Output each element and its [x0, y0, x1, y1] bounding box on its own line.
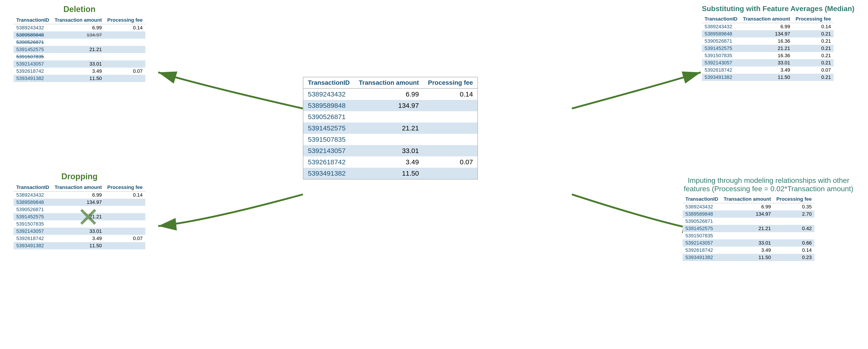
cell-amount: 33.01: [52, 60, 104, 68]
cell-id: 5392618742: [702, 66, 740, 74]
table-row: 539349138211.50: [303, 168, 477, 179]
cell-amount: 11.50: [354, 168, 423, 179]
cell-fee: [105, 75, 146, 82]
imputing-col-fee: Processing fee: [774, 195, 815, 203]
cell-amount: 21.21: [354, 123, 423, 134]
cell-id: 5391452575: [303, 123, 354, 134]
cell-amount: [354, 111, 423, 123]
cell-amount: 33.01: [740, 59, 793, 66]
substituting-col-id: TransactionID: [702, 15, 740, 23]
cell-fee: [105, 31, 146, 39]
dropping-col-fee: Processing fee: [105, 184, 146, 191]
cell-fee: 0.35: [774, 203, 815, 211]
cell-amount: 6.99: [740, 23, 793, 31]
table-row: 539349138211.50: [13, 242, 145, 249]
cell-id: 5390526871: [13, 206, 52, 213]
cell-fee: 2.70: [774, 211, 815, 218]
table-row: 53926187423.490.14: [683, 247, 814, 254]
substituting-section: Substituting with Feature Averages (Medi…: [702, 4, 855, 81]
cell-id: 5392618742: [683, 247, 721, 254]
cell-id: 5392143057: [303, 145, 354, 156]
substituting-col-amount: Transaction amount: [740, 15, 793, 23]
table-row: 53892434326.990.14: [13, 191, 145, 199]
table-row: 539145257521.21: [13, 46, 145, 53]
substituting-col-fee: Processing fee: [793, 15, 834, 23]
cell-id: 5393491382: [13, 242, 52, 249]
cell-amount: 134.97: [52, 31, 104, 39]
cell-id: 5392618742: [13, 235, 52, 242]
dropping-col-id: TransactionID: [13, 184, 52, 191]
cell-amount: [721, 232, 774, 240]
cell-fee: 0.14: [793, 23, 834, 31]
table-row: 53892434326.990.14: [303, 88, 477, 100]
cell-fee: 0.21: [793, 74, 834, 81]
cell-id: 5392618742: [303, 156, 354, 168]
cell-id: 5391452575: [13, 213, 52, 220]
cell-amount: 16.36: [740, 37, 793, 45]
imputing-section: Imputing through modeling relationships …: [683, 176, 855, 261]
cell-id: 5391452575: [702, 45, 740, 52]
cell-fee: 0.21: [793, 30, 834, 37]
cell-fee: [105, 220, 146, 228]
table-row: 539145257521.210.21: [702, 45, 834, 52]
dropping-section: Dropping TransactionID Transaction amoun…: [13, 172, 145, 249]
center-col-fee: Processing fee: [423, 77, 477, 88]
cell-fee: 0.07: [423, 156, 477, 168]
cell-fee: [105, 46, 146, 53]
table-row: 53926187423.490.07: [702, 66, 834, 74]
cell-id: 5391452575: [13, 46, 52, 53]
cell-amount: [52, 39, 104, 46]
table-row: 5389589848134.972.70: [683, 211, 814, 218]
cell-fee: [423, 111, 477, 123]
cell-id: 5393491382: [303, 168, 354, 179]
imputing-title: Imputing through modeling relationships …: [683, 176, 855, 193]
cell-id: 5389589848: [13, 199, 52, 206]
cell-id: 5391507835: [683, 232, 721, 240]
drop-x-icon: ✕: [77, 202, 100, 233]
cell-id: 5391507835: [13, 53, 52, 60]
table-row: 5391507835: [13, 53, 145, 60]
cell-fee: 0.14: [105, 191, 146, 199]
cell-id: 5389243432: [303, 88, 354, 100]
cell-id: 5393491382: [702, 74, 740, 81]
cell-amount: 3.49: [740, 66, 793, 74]
cell-fee: 0.23: [774, 254, 815, 261]
imputing-col-amount: Transaction amount: [721, 195, 774, 203]
cell-id: 5390526871: [303, 111, 354, 123]
cell-fee: 0.14: [105, 24, 146, 32]
deletion-col-id: TransactionID: [13, 16, 52, 24]
cell-amount: 11.50: [52, 242, 104, 249]
cell-id: 5392143057: [13, 228, 52, 235]
cell-amount: 11.50: [721, 254, 774, 261]
cell-id: 5391507835: [702, 52, 740, 59]
cell-amount: 21.21: [740, 45, 793, 52]
cell-id: 5390526871: [702, 37, 740, 45]
cell-amount: 11.50: [740, 74, 793, 81]
cell-amount: 134.97: [721, 211, 774, 218]
cell-fee: [105, 228, 146, 235]
table-row: 5389589848134.97: [13, 31, 145, 39]
table-row: 53926187423.490.07: [13, 68, 145, 75]
cell-fee: 0.07: [105, 235, 146, 242]
table-row: 5391507835: [683, 232, 814, 240]
dropping-col-amount: Transaction amount: [52, 184, 104, 191]
table-row: 539214305733.010.21: [702, 59, 834, 66]
cell-amount: 3.49: [354, 156, 423, 168]
center-col-id: TransactionID: [303, 77, 354, 88]
cell-amount: 11.50: [52, 75, 104, 82]
cell-fee: [105, 39, 146, 46]
cell-id: 5389589848: [702, 30, 740, 37]
cell-id: 5389243432: [702, 23, 740, 31]
cell-amount: 6.99: [354, 88, 423, 100]
deletion-col-amount: Transaction amount: [52, 16, 104, 24]
cell-fee: 0.07: [793, 66, 834, 74]
cell-id: 5389243432: [13, 191, 52, 199]
cell-fee: 0.21: [793, 59, 834, 66]
cell-fee: [423, 123, 477, 134]
deletion-section: Deletion TransactionID Transaction amoun…: [13, 4, 145, 82]
table-row: 539214305733.01: [303, 145, 477, 156]
cell-id: 5392143057: [13, 60, 52, 68]
cell-fee: [423, 100, 477, 111]
table-row: 53892434326.990.14: [13, 24, 145, 32]
cell-amount: 3.49: [52, 235, 104, 242]
